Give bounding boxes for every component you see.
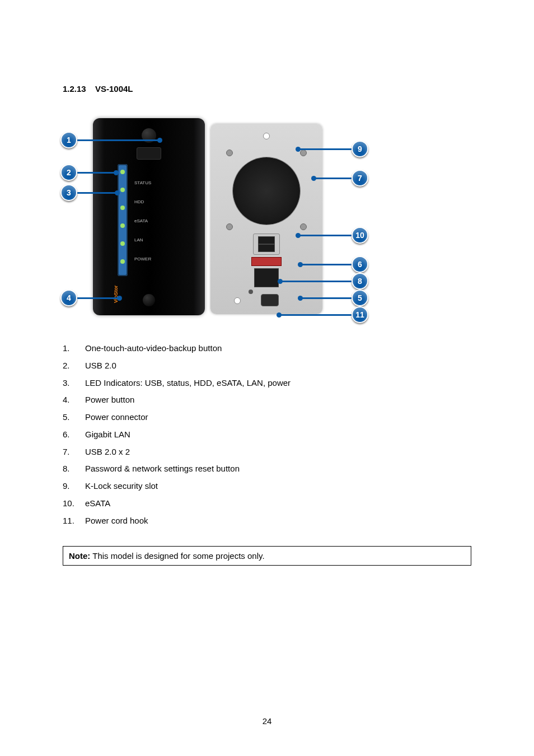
legend-item: 11.Power cord hook <box>63 512 471 530</box>
section-number: 1.2.13 <box>63 84 95 94</box>
front-usb-port <box>137 147 161 160</box>
note-label: Note: <box>69 551 90 561</box>
back-usb-ports <box>253 234 280 255</box>
back-fan <box>233 157 300 225</box>
legend-item: 7.USB 2.0 x 2 <box>63 444 471 461</box>
device-diagram: STATUS HDD eSATA LAN POWER VioStor <box>76 118 345 315</box>
callout-8: 8 <box>280 273 368 290</box>
legend-item: 3.LED Indicators: USB, status, HDD, eSAT… <box>63 375 471 392</box>
callout-5: 5 <box>300 290 368 306</box>
note-text: This model is designed for some projects… <box>90 551 264 561</box>
legend-item: 4.Power button <box>63 391 471 409</box>
callout-9: 9 <box>298 141 368 157</box>
back-top-vent <box>263 133 270 139</box>
callout-3: 3 <box>60 184 118 201</box>
legend-item: 5.Power connector <box>63 409 471 426</box>
front-led-labels: STATUS HDD eSATA LAN POWER <box>134 166 151 262</box>
legend-item: 9.K-Lock security slot <box>63 478 471 495</box>
legend-item: 10.eSATA <box>63 495 471 512</box>
callout-11: 11 <box>279 306 368 323</box>
back-lan-port <box>254 268 279 287</box>
front-power-button <box>143 294 155 306</box>
note-box: Note: This model is designed for some pr… <box>63 546 471 566</box>
legend-item: 8.Password & network settings reset butt… <box>63 460 471 478</box>
legend-list: 1.One-touch-auto-video-backup button 2.U… <box>63 340 471 529</box>
legend-item: 2.USB 2.0 <box>63 357 471 375</box>
callout-6: 6 <box>300 256 368 273</box>
back-power-connector <box>261 294 279 306</box>
callout-4: 4 <box>60 290 120 306</box>
callout-2: 2 <box>60 164 116 181</box>
front-led-panel <box>118 164 128 276</box>
back-hook-hole <box>234 297 241 304</box>
back-reset-pinhole <box>249 290 253 294</box>
page-number: 24 <box>0 716 534 726</box>
callout-1: 1 <box>60 132 160 148</box>
section-heading: 1.2.13VS-1004L <box>63 84 471 94</box>
back-esata-port <box>251 257 282 266</box>
legend-item: 1.One-touch-auto-video-backup button <box>63 340 471 357</box>
callout-10: 10 <box>298 227 368 244</box>
callout-7: 7 <box>313 170 368 186</box>
legend-item: 6.Gigabit LAN <box>63 426 471 444</box>
section-title-text: VS-1004L <box>95 84 133 94</box>
document-page: 1.2.13VS-1004L STATUS HDD eSATA LAN POWE… <box>0 0 534 756</box>
